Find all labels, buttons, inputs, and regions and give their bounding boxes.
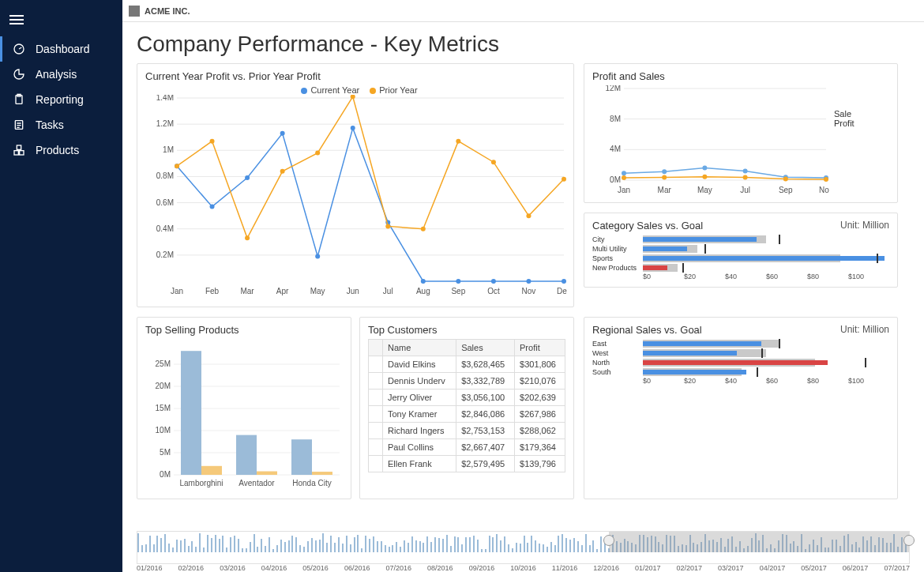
svg-rect-4 [14, 151, 18, 155]
sidebar-item-tasks[interactable]: Tasks [0, 112, 122, 137]
svg-point-78 [662, 175, 667, 180]
hbar-row: City [592, 235, 889, 244]
timeline-handle-start[interactable] [603, 535, 614, 546]
svg-text:May: May [310, 287, 325, 295]
legend-dot-current-year [301, 88, 307, 94]
card-profit-and-sales: Profit and Sales 0M4M8M12MJanMarMayJulSe… [584, 63, 898, 203]
svg-point-45 [175, 164, 179, 168]
svg-text:0.4M: 0.4M [156, 224, 174, 233]
sidebar: DashboardAnalysisReportingTasksProducts [0, 0, 122, 572]
svg-point-47 [245, 235, 250, 240]
svg-point-77 [622, 175, 626, 180]
hbar-row: Sports [592, 254, 889, 263]
svg-text:Sep: Sep [451, 287, 465, 295]
hbar-row: North [592, 358, 889, 367]
table-row[interactable]: Richard Ingers$2,753,153$288,062 [369, 423, 565, 439]
svg-text:Jun: Jun [347, 287, 359, 295]
svg-text:Jan: Jan [171, 287, 183, 295]
svg-point-71 [622, 171, 626, 175]
legend: Sale Profit [829, 85, 855, 196]
svg-rect-6 [17, 145, 21, 149]
hbar-chart-regional[interactable]: East West North South [592, 339, 889, 377]
table-row[interactable]: Dennis Underv$3,332,789$210,076 [369, 373, 565, 389]
table-row[interactable]: Tony Kramer$2,846,086$267,986 [369, 406, 565, 423]
hbar-row: New Products [592, 263, 889, 273]
svg-point-46 [210, 139, 215, 144]
logo-icon [129, 6, 140, 17]
svg-text:1.4M: 1.4M [156, 95, 174, 102]
chart-title: Profit and Sales [592, 70, 889, 82]
svg-text:5M: 5M [160, 448, 171, 457]
svg-text:Feb: Feb [205, 287, 220, 295]
sidebar-label: Tasks [36, 119, 64, 131]
svg-text:Mar: Mar [240, 287, 254, 295]
page-title: Company Performance - Key Metrics [137, 32, 910, 57]
bar-chart-products[interactable]: 0M5M10M15M20M25MLamborghiniAventadorHond… [145, 339, 343, 489]
svg-text:4M: 4M [610, 145, 621, 153]
svg-text:Nov: Nov [819, 186, 829, 194]
card-top-customers: Top Customers NameSalesProfitDavid Elkin… [359, 317, 574, 499]
sidebar-item-dashboard[interactable]: Dashboard [0, 36, 122, 62]
svg-text:Lamborghini: Lamborghini [179, 479, 223, 487]
sidebar-item-analysis[interactable]: Analysis [0, 62, 122, 87]
svg-text:Jul: Jul [740, 186, 750, 194]
checklist-icon [12, 119, 26, 131]
clipboard-icon [12, 93, 26, 106]
timeline-handle-end[interactable] [903, 535, 915, 546]
chart-title: Category Sales vs. GoalUnit: Million [592, 220, 889, 231]
svg-rect-98 [236, 435, 257, 475]
table-top-customers[interactable]: NameSalesProfitDavid Elkins$3,628,465$30… [368, 339, 565, 472]
brand-name: ACME INC. [145, 6, 190, 16]
svg-point-53 [456, 139, 460, 144]
svg-rect-102 [312, 472, 332, 475]
app-header: ACME INC. [122, 0, 924, 22]
legend-dot-prior-year [370, 88, 376, 94]
svg-rect-5 [20, 151, 24, 155]
svg-point-52 [421, 227, 426, 231]
svg-point-36 [280, 131, 285, 136]
line-chart-profit[interactable]: 0.2M0.4M0.6M0.8M1M1.2M1.4MJanFebMarAprMa… [145, 95, 567, 297]
sidebar-item-reporting[interactable]: Reporting [0, 87, 122, 112]
timeline-range-selector[interactable] [137, 531, 910, 564]
svg-text:Dec: Dec [557, 287, 567, 295]
svg-point-72 [662, 169, 667, 174]
hbar-chart-category[interactable]: City Multi Utility Sports New Products [592, 235, 889, 273]
svg-text:Nov: Nov [522, 287, 536, 295]
pie-icon [12, 68, 26, 81]
svg-point-40 [421, 279, 426, 284]
line-chart-profit-sales[interactable]: 0M4M8M12MJanMarMayJulSepNov [592, 85, 829, 196]
timeline-labels: 01/201602/201603/201604/201605/201606/20… [137, 564, 910, 572]
sidebar-label: Reporting [36, 93, 84, 106]
chart-title: Regional Sales vs. GoalUnit: Million [592, 324, 889, 336]
svg-text:8M: 8M [610, 115, 621, 123]
svg-text:25M: 25M [156, 359, 171, 368]
svg-point-49 [315, 151, 320, 156]
svg-point-42 [491, 279, 496, 284]
svg-point-48 [280, 169, 285, 174]
svg-text:Jul: Jul [383, 287, 393, 295]
svg-point-81 [783, 177, 788, 182]
table-row[interactable]: Paul Collins$2,667,407$179,364 [369, 439, 565, 456]
table-row[interactable]: David Elkins$3,628,465$301,806 [369, 356, 565, 373]
chart-title: Top Selling Products [145, 324, 343, 336]
svg-rect-101 [291, 439, 312, 475]
svg-point-74 [743, 168, 748, 173]
menu-toggle-button[interactable] [0, 6, 122, 28]
table-row[interactable]: Jerry Oliver$3,056,100$202,639 [369, 389, 565, 406]
svg-point-44 [562, 279, 566, 284]
sidebar-label: Products [36, 144, 79, 156]
table-row[interactable]: Ellen Frank$2,579,495$139,796 [369, 456, 565, 472]
svg-point-80 [743, 175, 748, 180]
svg-text:0.8M: 0.8M [156, 171, 174, 180]
svg-text:Aventador: Aventador [239, 479, 275, 487]
sidebar-item-products[interactable]: Products [0, 137, 122, 163]
hbar-row: East [592, 339, 889, 348]
svg-text:Jan: Jan [618, 186, 630, 194]
svg-rect-96 [201, 466, 222, 475]
svg-text:0.6M: 0.6M [156, 198, 174, 207]
svg-text:0.2M: 0.2M [156, 250, 174, 259]
svg-text:1.2M: 1.2M [156, 119, 174, 128]
sidebar-label: Dashboard [36, 43, 90, 55]
svg-text:20M: 20M [156, 382, 171, 390]
svg-point-37 [315, 254, 320, 259]
